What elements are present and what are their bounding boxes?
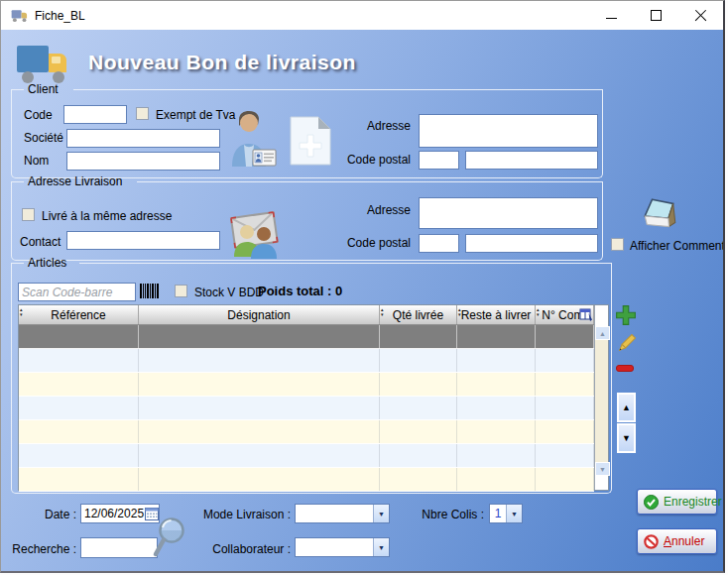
column-header-label: Désignation (227, 308, 290, 322)
grid-row[interactable] (19, 373, 594, 397)
dropdown-arrow-icon[interactable]: ▼ (373, 505, 389, 522)
grid-header-cells: ▴▾RéférenceDésignation▴▾Qté livrée▴▾Rest… (19, 305, 594, 324)
client-adresse-textarea[interactable] (419, 114, 598, 148)
column-options-icon[interactable] (579, 307, 593, 322)
articles-grid: ▴▾RéférenceDésignation▴▾Qté livrée▴▾Rest… (18, 304, 609, 491)
close-icon (694, 9, 707, 22)
contacts-envelope-icon[interactable] (226, 207, 282, 263)
recherche-input[interactable] (80, 537, 158, 558)
grid-scrollbar[interactable]: ▲ ▼ (594, 305, 608, 490)
minimize-icon (606, 18, 617, 19)
close-button[interactable] (678, 1, 723, 30)
afficher-commentaire-checkbox[interactable] (611, 238, 624, 251)
grid-cell (536, 444, 594, 467)
add-row-icon[interactable] (615, 304, 637, 330)
scrollbar-down-button[interactable]: ▼ (595, 462, 610, 476)
client-groupbox: Client Code Exempt de Tva Société Nom Ad… (11, 89, 603, 178)
grid-row[interactable] (19, 420, 594, 444)
grid-cell (139, 468, 380, 491)
grid-row[interactable] (19, 468, 594, 492)
collaborateur-combo[interactable]: ▼ (295, 537, 390, 557)
client-ville-input[interactable] (465, 151, 598, 170)
livraison-adresse-textarea[interactable] (419, 197, 598, 229)
mode-livraison-combo[interactable]: ▼ (295, 504, 390, 523)
nbre-colis-value: 1 (490, 505, 506, 522)
code-input[interactable] (63, 105, 127, 124)
scrollbar-up-button[interactable]: ▲ (595, 326, 610, 340)
grid-selected-row[interactable] (19, 325, 594, 349)
grid-cell (536, 468, 594, 491)
scan-barcode-input[interactable] (18, 283, 136, 301)
date-picker[interactable]: 12/06/2025 (80, 504, 160, 523)
dropdown-arrow-icon[interactable]: ▼ (373, 538, 389, 556)
cancel-button-label: Annuler (664, 534, 704, 548)
societe-input[interactable] (66, 129, 220, 148)
grid-cell (457, 373, 536, 396)
move-down-button[interactable]: ▼ (617, 423, 636, 453)
grid-header: ▴▾RéférenceDésignation▴▾Qté livrée▴▾Rest… (19, 305, 594, 325)
societe-label: Société (24, 131, 63, 145)
grid-row[interactable] (19, 349, 594, 373)
livre-meme-adresse-checkbox[interactable] (22, 208, 35, 221)
mode-livraison-value (296, 505, 373, 522)
grid-row[interactable] (19, 444, 594, 468)
grid-cell (536, 397, 594, 419)
remove-row-icon[interactable] (616, 365, 634, 372)
client-group-title: Client (28, 82, 59, 96)
edit-row-icon[interactable] (616, 334, 636, 358)
exempt-tva-checkbox[interactable] (136, 107, 149, 120)
sort-arrows-icon: ▴▾ (458, 307, 461, 317)
header-truck-icon (15, 43, 72, 84)
scrollbar-track[interactable] (595, 326, 608, 475)
date-value: 12/06/2025 (81, 507, 144, 520)
titlebar[interactable]: Fiche_BL (1, 1, 723, 30)
column-header-3[interactable]: ▴▾Qté livrée (380, 305, 457, 324)
minimize-button[interactable] (589, 1, 634, 30)
column-header-2[interactable]: Désignation (139, 305, 380, 324)
recherche-label: Recherche : (9, 542, 76, 556)
app-truck-icon (11, 9, 29, 23)
grid-cell (457, 349, 536, 372)
stock-v-bdd-checkbox[interactable] (175, 285, 187, 297)
grid-cell (380, 468, 457, 491)
contact-label: Contact (20, 235, 61, 249)
grid-cell (19, 397, 139, 419)
column-header-4[interactable]: ▴▾Reste à livrer (457, 305, 536, 324)
dropdown-arrow-icon[interactable]: ▼ (506, 505, 522, 522)
column-header-label: Qté livrée (393, 308, 443, 322)
search-icon[interactable] (151, 517, 186, 568)
grid-cell (19, 325, 139, 348)
window-title: Fiche_BL (35, 9, 85, 23)
grid-cell (536, 349, 594, 372)
grid-cell (139, 397, 380, 419)
stock-v-bdd-label: Stock V BDD (194, 286, 264, 299)
grid-cell (380, 397, 457, 419)
grid-cell (536, 373, 594, 396)
save-button[interactable]: Enregistrer (637, 489, 717, 515)
collaborateur-label: Collaborateur : (191, 542, 291, 556)
commentaire-notepad-icon[interactable] (642, 196, 679, 238)
new-document-icon[interactable] (290, 116, 331, 170)
contact-input[interactable] (66, 231, 220, 250)
livraison-code-postal-input[interactable] (419, 234, 459, 253)
column-header-label: Reste à livrer (461, 308, 532, 322)
move-up-button[interactable]: ▲ (617, 393, 636, 422)
nom-input[interactable] (66, 152, 220, 171)
articles-groupbox: Articles Stock V BDD Poids total : 0 ▴▾R… (11, 263, 612, 494)
grid-cell (19, 349, 139, 372)
client-adresse-label: Adresse (339, 119, 411, 133)
grid-cell (19, 373, 139, 396)
grid-cell (380, 325, 457, 348)
livraison-ville-input[interactable] (465, 234, 598, 253)
maximize-button[interactable] (634, 1, 678, 30)
cancel-button[interactable]: Annuler (637, 528, 717, 554)
column-header-label: Référence (51, 308, 105, 322)
client-lookup-icon[interactable] (226, 109, 278, 172)
grid-row[interactable] (19, 397, 594, 420)
grid-cell (457, 325, 536, 348)
code-label: Code (24, 108, 53, 122)
client-code-postal-input[interactable] (419, 151, 459, 170)
column-header-1[interactable]: ▴▾Référence (19, 305, 139, 324)
nbre-colis-combo[interactable]: 1 ▼ (489, 504, 523, 523)
nom-label: Nom (24, 154, 49, 168)
